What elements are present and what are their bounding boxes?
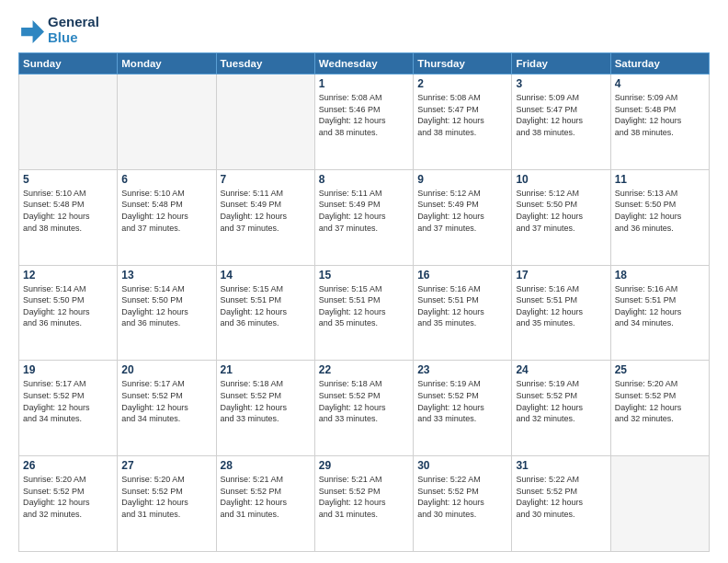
calendar-cell: 25Sunrise: 5:20 AM Sunset: 5:52 PM Dayli… bbox=[610, 361, 709, 456]
day-number: 28 bbox=[221, 459, 311, 472]
calendar-cell: 13Sunrise: 5:14 AM Sunset: 5:50 PM Dayli… bbox=[118, 265, 216, 361]
cell-info: Sunrise: 5:10 AM Sunset: 5:48 PM Dayligh… bbox=[121, 188, 211, 234]
calendar-cell bbox=[610, 456, 709, 552]
calendar-cell: 8Sunrise: 5:11 AM Sunset: 5:49 PM Daylig… bbox=[314, 169, 413, 265]
day-header-thursday: Thursday bbox=[414, 53, 512, 75]
calendar-cell: 24Sunrise: 5:19 AM Sunset: 5:52 PM Dayli… bbox=[512, 361, 610, 456]
days-header-row: SundayMondayTuesdayWednesdayThursdayFrid… bbox=[19, 53, 710, 75]
calendar-cell: 2Sunrise: 5:08 AM Sunset: 5:47 PM Daylig… bbox=[414, 75, 512, 170]
day-number: 5 bbox=[23, 173, 113, 186]
day-number: 21 bbox=[221, 363, 311, 376]
cell-info: Sunrise: 5:22 AM Sunset: 5:52 PM Dayligh… bbox=[516, 474, 606, 520]
calendar-cell: 4Sunrise: 5:09 AM Sunset: 5:48 PM Daylig… bbox=[610, 75, 709, 170]
calendar-cell: 23Sunrise: 5:19 AM Sunset: 5:52 PM Dayli… bbox=[414, 361, 512, 456]
calendar-cell: 5Sunrise: 5:10 AM Sunset: 5:48 PM Daylig… bbox=[19, 169, 118, 265]
cell-info: Sunrise: 5:13 AM Sunset: 5:50 PM Dayligh… bbox=[615, 188, 705, 234]
cell-info: Sunrise: 5:20 AM Sunset: 5:52 PM Dayligh… bbox=[615, 378, 705, 424]
day-header-sunday: Sunday bbox=[19, 53, 118, 75]
logo-line1: General bbox=[48, 15, 99, 30]
calendar-cell: 10Sunrise: 5:12 AM Sunset: 5:50 PM Dayli… bbox=[512, 169, 610, 265]
cell-info: Sunrise: 5:21 AM Sunset: 5:52 PM Dayligh… bbox=[221, 474, 311, 520]
day-number: 17 bbox=[516, 269, 606, 282]
cell-info: Sunrise: 5:19 AM Sunset: 5:52 PM Dayligh… bbox=[417, 378, 507, 424]
cell-info: Sunrise: 5:18 AM Sunset: 5:52 PM Dayligh… bbox=[319, 378, 409, 424]
day-number: 6 bbox=[121, 173, 211, 186]
calendar-cell: 29Sunrise: 5:21 AM Sunset: 5:52 PM Dayli… bbox=[314, 456, 413, 552]
calendar-cell: 6Sunrise: 5:10 AM Sunset: 5:48 PM Daylig… bbox=[118, 169, 216, 265]
day-number: 4 bbox=[615, 77, 705, 90]
calendar-cell: 3Sunrise: 5:09 AM Sunset: 5:47 PM Daylig… bbox=[512, 75, 610, 170]
day-number: 10 bbox=[516, 173, 606, 186]
day-number: 31 bbox=[516, 459, 606, 472]
week-row-4: 19Sunrise: 5:17 AM Sunset: 5:52 PM Dayli… bbox=[19, 361, 710, 456]
calendar-cell: 12Sunrise: 5:14 AM Sunset: 5:50 PM Dayli… bbox=[19, 265, 118, 361]
calendar-cell: 1Sunrise: 5:08 AM Sunset: 5:46 PM Daylig… bbox=[314, 75, 413, 170]
day-number: 26 bbox=[23, 459, 113, 472]
day-number: 20 bbox=[121, 363, 211, 376]
calendar-cell: 27Sunrise: 5:20 AM Sunset: 5:52 PM Dayli… bbox=[118, 456, 216, 552]
cell-info: Sunrise: 5:12 AM Sunset: 5:49 PM Dayligh… bbox=[417, 188, 507, 234]
day-number: 12 bbox=[23, 269, 113, 282]
calendar-cell bbox=[19, 75, 118, 170]
cell-info: Sunrise: 5:21 AM Sunset: 5:52 PM Dayligh… bbox=[319, 474, 409, 520]
cell-info: Sunrise: 5:11 AM Sunset: 5:49 PM Dayligh… bbox=[221, 188, 311, 234]
day-number: 13 bbox=[121, 269, 211, 282]
cell-info: Sunrise: 5:20 AM Sunset: 5:52 PM Dayligh… bbox=[23, 474, 113, 520]
day-number: 23 bbox=[417, 363, 507, 376]
logo-line2: Blue bbox=[48, 30, 99, 46]
week-row-2: 5Sunrise: 5:10 AM Sunset: 5:48 PM Daylig… bbox=[19, 169, 710, 265]
calendar-cell: 7Sunrise: 5:11 AM Sunset: 5:49 PM Daylig… bbox=[216, 169, 314, 265]
calendar-cell: 22Sunrise: 5:18 AM Sunset: 5:52 PM Dayli… bbox=[314, 361, 413, 456]
cell-info: Sunrise: 5:16 AM Sunset: 5:51 PM Dayligh… bbox=[516, 283, 606, 329]
day-number: 8 bbox=[319, 173, 409, 186]
calendar-cell bbox=[216, 75, 314, 170]
calendar-cell: 21Sunrise: 5:18 AM Sunset: 5:52 PM Dayli… bbox=[216, 361, 314, 456]
day-number: 11 bbox=[615, 173, 705, 186]
logo-icon bbox=[18, 17, 44, 43]
day-number: 15 bbox=[319, 269, 409, 282]
cell-info: Sunrise: 5:11 AM Sunset: 5:49 PM Dayligh… bbox=[319, 188, 409, 234]
calendar-cell: 19Sunrise: 5:17 AM Sunset: 5:52 PM Dayli… bbox=[19, 361, 118, 456]
day-number: 2 bbox=[417, 77, 507, 90]
calendar-cell: 20Sunrise: 5:17 AM Sunset: 5:52 PM Dayli… bbox=[118, 361, 216, 456]
day-number: 30 bbox=[417, 459, 507, 472]
day-number: 29 bbox=[319, 459, 409, 472]
cell-info: Sunrise: 5:14 AM Sunset: 5:50 PM Dayligh… bbox=[121, 283, 211, 329]
day-header-wednesday: Wednesday bbox=[314, 53, 413, 75]
day-number: 25 bbox=[615, 363, 705, 376]
cell-info: Sunrise: 5:14 AM Sunset: 5:50 PM Dayligh… bbox=[23, 283, 113, 329]
cell-info: Sunrise: 5:15 AM Sunset: 5:51 PM Dayligh… bbox=[221, 283, 311, 329]
day-number: 22 bbox=[319, 363, 409, 376]
calendar-cell: 31Sunrise: 5:22 AM Sunset: 5:52 PM Dayli… bbox=[512, 456, 610, 552]
day-number: 16 bbox=[417, 269, 507, 282]
calendar-cell: 30Sunrise: 5:22 AM Sunset: 5:52 PM Dayli… bbox=[414, 456, 512, 552]
cell-info: Sunrise: 5:12 AM Sunset: 5:50 PM Dayligh… bbox=[516, 188, 606, 234]
cell-info: Sunrise: 5:18 AM Sunset: 5:52 PM Dayligh… bbox=[221, 378, 311, 424]
day-number: 7 bbox=[221, 173, 311, 186]
day-number: 14 bbox=[221, 269, 311, 282]
calendar-cell: 14Sunrise: 5:15 AM Sunset: 5:51 PM Dayli… bbox=[216, 265, 314, 361]
calendar-cell: 11Sunrise: 5:13 AM Sunset: 5:50 PM Dayli… bbox=[610, 169, 709, 265]
calendar-cell: 18Sunrise: 5:16 AM Sunset: 5:51 PM Dayli… bbox=[610, 265, 709, 361]
cell-info: Sunrise: 5:10 AM Sunset: 5:48 PM Dayligh… bbox=[23, 188, 113, 234]
cell-info: Sunrise: 5:19 AM Sunset: 5:52 PM Dayligh… bbox=[516, 378, 606, 424]
day-header-monday: Monday bbox=[118, 53, 216, 75]
page: GeneralBlue SundayMondayTuesdayWednesday… bbox=[0, 0, 728, 563]
calendar-cell: 26Sunrise: 5:20 AM Sunset: 5:52 PM Dayli… bbox=[19, 456, 118, 552]
logo-text: GeneralBlue bbox=[48, 15, 99, 45]
day-number: 19 bbox=[23, 363, 113, 376]
calendar-cell: 15Sunrise: 5:15 AM Sunset: 5:51 PM Dayli… bbox=[314, 265, 413, 361]
cell-info: Sunrise: 5:17 AM Sunset: 5:52 PM Dayligh… bbox=[23, 378, 113, 424]
cell-info: Sunrise: 5:17 AM Sunset: 5:52 PM Dayligh… bbox=[121, 378, 211, 424]
calendar-cell: 9Sunrise: 5:12 AM Sunset: 5:49 PM Daylig… bbox=[414, 169, 512, 265]
day-header-tuesday: Tuesday bbox=[216, 53, 314, 75]
calendar-cell bbox=[118, 75, 216, 170]
cell-info: Sunrise: 5:16 AM Sunset: 5:51 PM Dayligh… bbox=[615, 283, 705, 329]
day-number: 1 bbox=[319, 77, 409, 90]
calendar-cell: 28Sunrise: 5:21 AM Sunset: 5:52 PM Dayli… bbox=[216, 456, 314, 552]
week-row-1: 1Sunrise: 5:08 AM Sunset: 5:46 PM Daylig… bbox=[19, 75, 710, 170]
calendar-cell: 17Sunrise: 5:16 AM Sunset: 5:51 PM Dayli… bbox=[512, 265, 610, 361]
day-header-friday: Friday bbox=[512, 53, 610, 75]
cell-info: Sunrise: 5:09 AM Sunset: 5:48 PM Dayligh… bbox=[615, 92, 705, 138]
day-number: 18 bbox=[615, 269, 705, 282]
